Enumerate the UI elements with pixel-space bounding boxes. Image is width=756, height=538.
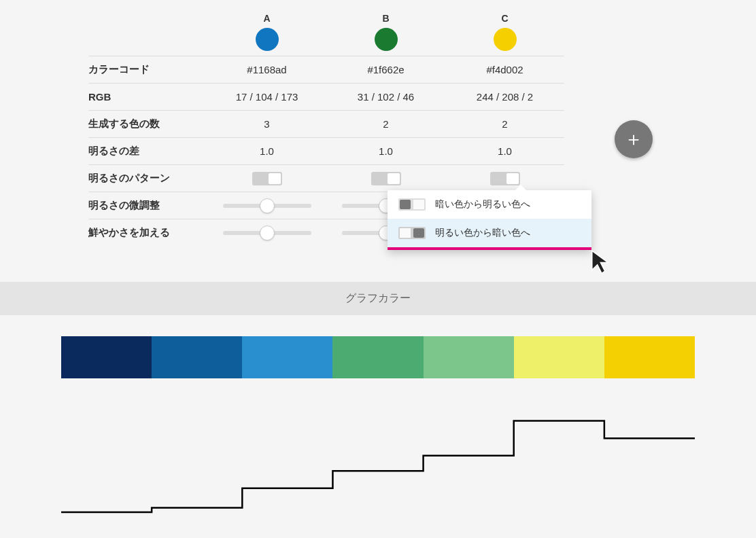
label-color-code: カラーコード <box>88 63 207 76</box>
hex-a: #1168ad <box>207 64 326 75</box>
pattern-toggle-b[interactable] <box>371 172 401 185</box>
option-label: 暗い色から明るい色へ <box>435 198 530 211</box>
pattern-option-light-to-dark[interactable]: 明るい色から暗い色へ <box>388 219 591 247</box>
swatch-c[interactable] <box>494 28 517 51</box>
count-b[interactable]: 2 <box>326 118 445 130</box>
toggle-icon <box>398 227 426 239</box>
row-bright-diff: 明るさの差 1.0 1.0 1.0 <box>88 137 564 164</box>
swatch-a[interactable] <box>256 28 279 51</box>
diff-a[interactable]: 1.0 <box>207 145 326 157</box>
count-c[interactable]: 2 <box>445 118 564 130</box>
option-label: 明るい色から暗い色へ <box>435 227 530 239</box>
diff-b[interactable]: 1.0 <box>326 145 445 157</box>
column-c-header: C <box>445 13 564 51</box>
row-bright-pattern: 明るさのパターン <box>88 164 564 192</box>
step-chart-svg <box>61 414 695 523</box>
swatch-b[interactable] <box>375 28 398 51</box>
column-a-header: A <box>207 13 326 51</box>
label-vivid: 鮮やかさを加える <box>88 226 207 239</box>
palette-preview <box>61 336 695 378</box>
label-rgb: RGB <box>88 91 207 103</box>
lightness-step-chart <box>61 414 695 523</box>
label-bright-diff: 明るさの差 <box>88 145 207 158</box>
palette-color <box>424 336 514 378</box>
pattern-toggle-c[interactable] <box>490 172 520 185</box>
section-title-graph-color: グラフカラー <box>0 282 756 315</box>
pattern-option-dark-to-light[interactable]: 暗い色から明るい色へ <box>388 190 591 219</box>
add-color-button[interactable]: ＋ <box>615 120 653 158</box>
row-rgb: RGB 17 / 104 / 173 31 / 102 / 46 244 / 2… <box>88 83 564 110</box>
label-bright-pattern: 明るさのパターン <box>88 172 207 185</box>
brightness-pattern-popover: 暗い色から明るい色へ 明るい色から暗い色へ <box>388 190 591 250</box>
palette-color <box>332 336 423 378</box>
column-letter: A <box>207 13 326 24</box>
pattern-toggle-a[interactable] <box>252 172 282 185</box>
label-bright-fine: 明るさの微調整 <box>88 199 207 212</box>
column-letter: B <box>326 13 445 24</box>
cursor-icon <box>589 249 615 274</box>
column-header-row: A B C <box>88 8 564 56</box>
rgb-c: 244 / 208 / 2 <box>445 91 564 103</box>
palette-color <box>61 336 152 378</box>
rgb-a: 17 / 104 / 173 <box>207 91 326 103</box>
palette-color <box>604 336 695 378</box>
diff-c[interactable]: 1.0 <box>445 145 564 157</box>
row-color-code: カラーコード #1168ad #1f662e #f4d002 <box>88 56 564 83</box>
palette-color <box>242 336 332 378</box>
palette-color <box>514 336 604 378</box>
row-gen-count: 生成する色の数 3 2 2 <box>88 110 564 137</box>
popover-accent-bar <box>388 247 591 250</box>
rgb-b: 31 / 102 / 46 <box>326 91 445 103</box>
label-gen-count: 生成する色の数 <box>88 118 207 130</box>
plus-icon: ＋ <box>624 126 643 152</box>
fine-slider-a[interactable] <box>223 204 311 208</box>
column-letter: C <box>445 13 564 24</box>
vivid-slider-a[interactable] <box>223 231 311 235</box>
palette-color <box>152 336 242 378</box>
hex-c: #f4d002 <box>445 64 564 75</box>
hex-b: #1f662e <box>326 64 445 75</box>
toggle-icon <box>398 198 426 211</box>
count-a[interactable]: 3 <box>207 118 326 130</box>
column-b-header: B <box>326 13 445 51</box>
